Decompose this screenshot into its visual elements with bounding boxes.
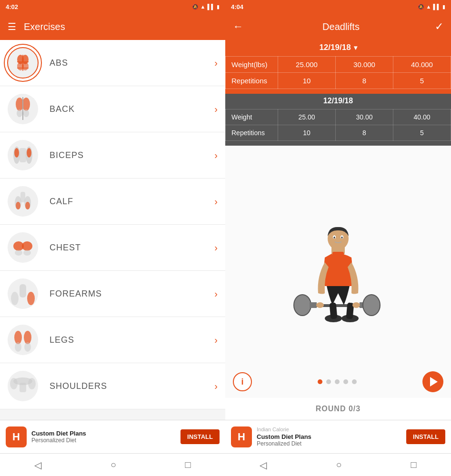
left-ad-icon: H xyxy=(6,426,27,447)
biceps-chevron: › xyxy=(214,150,218,161)
exercise-item-legs[interactable]: LEGS › xyxy=(0,317,225,363)
left-panel: 4:02 🔕 ▲ ▌▌ ▮ ☰ Exercises xyxy=(0,0,225,476)
left-status-icons: 🔕 ▲ ▌▌ ▮ xyxy=(192,4,220,10)
dot-2[interactable] xyxy=(326,379,331,384)
info-button[interactable]: i xyxy=(233,372,252,391)
chest-label: CHEST xyxy=(50,243,214,253)
bell-icon: 🔕 xyxy=(192,4,199,10)
rep-col2[interactable]: 8 xyxy=(336,73,393,89)
left-back-button[interactable]: ◁ xyxy=(34,459,41,471)
current-data-table: Weight(lbs) 25.000 30.000 40.000 Repetit… xyxy=(225,56,451,89)
left-menu-button[interactable]: □ xyxy=(185,459,191,470)
history-rep-label: Repetitions xyxy=(226,125,278,141)
weight-col1[interactable]: 25.000 xyxy=(278,57,336,73)
check-button[interactable]: ✓ xyxy=(435,20,443,33)
svg-point-10 xyxy=(22,98,30,111)
dot-3[interactable] xyxy=(335,379,340,384)
history-rep-col2: 8 xyxy=(336,125,393,141)
svg-point-55 xyxy=(352,302,360,308)
right-time: 4:04 xyxy=(231,3,243,10)
left-time: 4:02 xyxy=(6,3,18,10)
right-ad-overlay: Indian Calorie xyxy=(257,426,401,432)
round-text: ROUND 0/3 xyxy=(316,405,361,413)
rep-col1[interactable]: 10 xyxy=(278,73,336,89)
svg-point-54 xyxy=(316,302,324,308)
back-label: BACK xyxy=(50,104,214,114)
bottom-controls: i xyxy=(225,371,451,392)
right-status-bar: 4:04 🔕 ▲ ▌▌ ▮ xyxy=(225,0,451,13)
menu-icon[interactable]: ☰ xyxy=(8,21,16,32)
svg-point-39 xyxy=(24,342,31,352)
battery-icon: ▮ xyxy=(217,4,220,10)
dot-5[interactable] xyxy=(352,379,357,384)
svg-point-38 xyxy=(15,342,21,352)
svg-point-24 xyxy=(25,202,30,209)
exercise-item-biceps[interactable]: BICEPS › xyxy=(0,132,225,178)
round-area: ROUND 0/3 xyxy=(225,398,451,420)
right-menu-button[interactable]: □ xyxy=(411,459,416,470)
right-bell-icon: 🔕 xyxy=(418,4,424,10)
right-panel: 4:04 🔕 ▲ ▌▌ ▮ ← Deadlifts ✓ 12/19/18 ▾ W… xyxy=(225,0,451,476)
svg-point-49 xyxy=(363,295,380,316)
weight-col3[interactable]: 40.000 xyxy=(393,57,451,73)
weight-col2[interactable]: 30.000 xyxy=(336,57,393,73)
history-weight-col2: 30.00 xyxy=(336,109,393,125)
right-home-button[interactable]: ○ xyxy=(336,459,341,470)
play-button[interactable] xyxy=(422,371,443,392)
exercise-item-back[interactable]: BACK › xyxy=(0,86,225,132)
right-install-button[interactable]: INSTALL xyxy=(406,429,445,444)
svg-point-61 xyxy=(341,237,343,238)
svg-point-43 xyxy=(28,378,36,389)
svg-point-45 xyxy=(294,295,311,316)
history-weight-col1: 25.00 xyxy=(278,109,336,125)
signal-icon: ▌▌ xyxy=(207,4,215,10)
left-home-button[interactable]: ○ xyxy=(110,459,116,470)
back-muscle-icon xyxy=(4,90,42,128)
svg-rect-25 xyxy=(20,192,25,202)
shoulders-muscle-icon xyxy=(4,367,42,405)
history-rep-col1: 10 xyxy=(278,125,336,141)
chest-muscle-icon xyxy=(4,228,42,267)
dropdown-arrow-icon: ▾ xyxy=(354,44,357,51)
legs-svg xyxy=(6,323,40,357)
left-ad-line1: Custom Diet Plans xyxy=(31,430,176,437)
back-svg xyxy=(6,92,40,126)
svg-point-37 xyxy=(24,331,31,344)
right-back-button[interactable]: ◁ xyxy=(260,459,267,471)
svg-point-18 xyxy=(27,148,31,158)
exercise-item-forearms[interactable]: FOREARMS › xyxy=(0,271,225,317)
exercise-item-chest[interactable]: CHEST › xyxy=(0,225,225,271)
svg-point-33 xyxy=(11,292,19,305)
svg-point-60 xyxy=(334,237,335,238)
rep-row: Repetitions 10 8 5 xyxy=(226,73,451,89)
right-ad-banner: H Indian Calorie Custom Diet Plans Perso… xyxy=(225,420,451,453)
detail-header: ← Deadlifts ✓ xyxy=(225,13,451,40)
rep-col3[interactable]: 5 xyxy=(393,73,451,89)
exercise-title: Deadlifts xyxy=(247,21,435,32)
exercise-list: ABS › BACK › xyxy=(0,40,225,420)
exercise-item-shoulders[interactable]: SHOULDERS › xyxy=(0,363,225,409)
svg-point-29 xyxy=(15,250,22,256)
svg-point-12 xyxy=(23,109,29,117)
back-button[interactable]: ← xyxy=(233,20,243,33)
history-rep-col3: 5 xyxy=(393,125,451,141)
biceps-muscle-icon xyxy=(4,136,42,174)
right-ad-line1: Custom Diet Plans xyxy=(257,433,401,440)
chest-svg xyxy=(6,231,40,264)
svg-point-42 xyxy=(10,378,18,389)
history-rep-row: Repetitions 10 8 5 xyxy=(226,125,451,141)
forearms-svg xyxy=(6,277,40,310)
right-ad-line2: Personalized Diet xyxy=(257,440,401,447)
right-ad-text: Indian Calorie Custom Diet Plans Persona… xyxy=(257,426,401,447)
right-battery-icon: ▮ xyxy=(442,4,445,10)
dark-table-area: 12/19/18 Weight 25.00 30.00 40.00 Repeti… xyxy=(225,94,451,146)
exercise-item-calf[interactable]: CALF › xyxy=(0,178,225,225)
dot-1[interactable] xyxy=(318,379,322,384)
calf-muscle-icon xyxy=(4,182,42,220)
svg-rect-19 xyxy=(20,148,26,162)
exercise-item-abs[interactable]: ABS › xyxy=(0,40,225,86)
dot-4[interactable] xyxy=(343,379,348,384)
right-ad-icon: H xyxy=(231,426,252,447)
left-install-button[interactable]: INSTALL xyxy=(180,429,220,444)
current-date-row[interactable]: 12/19/18 ▾ xyxy=(225,43,451,52)
